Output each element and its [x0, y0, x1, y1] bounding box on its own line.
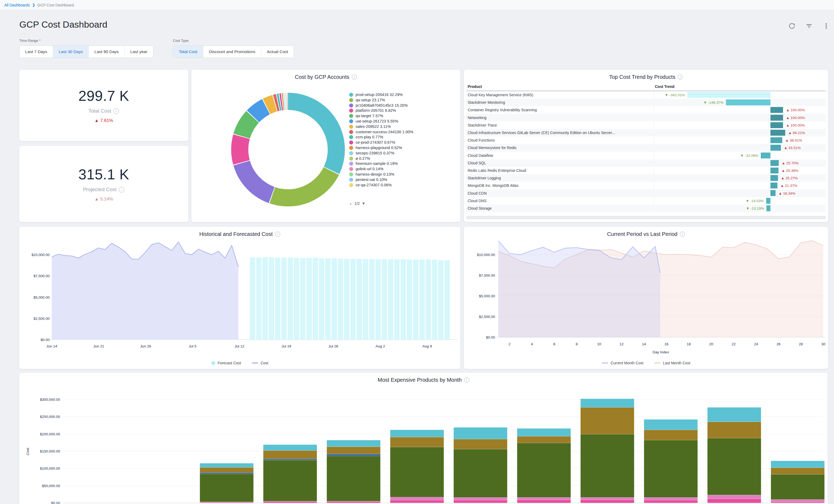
info-icon[interactable]: [352, 74, 357, 80]
donut-legend-item[interactable]: ce-prod-274307 0.67%: [349, 140, 430, 145]
legend-item-forecast-cost[interactable]: Forecast Cost: [211, 361, 241, 365]
total-cost-card: 299.7 K Total Cost ▲ 7.61%: [19, 70, 188, 141]
donut-legend-item[interactable]: harness-design 0.13%: [349, 172, 430, 177]
trend-bar: [770, 168, 778, 173]
time-range-option-last-90-days[interactable]: Last 90 Days: [88, 46, 124, 58]
trend-value: ▲ 38.41%: [785, 138, 802, 143]
donut-legend-item[interactable]: harness-playground 0.52%: [349, 145, 430, 151]
table-row[interactable]: Cloud Storage▼ -13.19%: [466, 204, 826, 212]
donut-legend-item[interactable]: platform-205701 8.82%: [349, 108, 430, 113]
donut-legend-item[interactable]: customer-success-244100 1.00%: [349, 130, 430, 135]
donut-legend-item[interactable]: golink-url 0.14%: [349, 167, 430, 172]
legend-item-last-month-cost[interactable]: Last Month Cost: [654, 361, 690, 365]
table-row[interactable]: Stackdriver Trace▲ 100.00%: [466, 122, 826, 129]
refresh-button[interactable]: [788, 22, 796, 30]
svg-text:Jun 21: Jun 21: [93, 344, 104, 348]
table-row[interactable]: Networking▲ 100.00%: [466, 114, 826, 122]
donut-legend-item[interactable]: sales-209522 3.11%: [349, 124, 430, 130]
table-row[interactable]: Cloud DNS▼ -14.53%: [466, 197, 826, 204]
table-row[interactable]: Stackdriver Monitoring▼ -146.37%: [466, 98, 826, 106]
column-header-product[interactable]: Product: [468, 84, 482, 89]
trend-value: ▲ 100.00%: [786, 108, 805, 112]
horizontal-scrollbar[interactable]: [466, 216, 826, 219]
projected-cost-card: 315.1 K Projected Cost ▲ 5.14%: [19, 146, 188, 222]
donut-legend-item[interactable]: prod-setup-205416 32.29%: [349, 92, 430, 97]
info-icon[interactable]: [678, 74, 683, 80]
legend-dot: [349, 146, 353, 150]
monthly-stacked-bar-chart: $300,000.00$250,000.00$200,000.00$150,00…: [19, 385, 828, 504]
svg-text:28: 28: [799, 342, 803, 346]
trend-bar: [770, 190, 775, 196]
svg-text:20: 20: [709, 342, 713, 346]
filter-icon: [806, 23, 813, 29]
cost-type-option-discount-and-promotions[interactable]: Discount and Promotions: [203, 46, 261, 58]
product-name: Cloud Dataflow: [466, 153, 652, 158]
table-row[interactable]: Cloud SQL▲ 25.70%: [466, 159, 826, 167]
donut-legend-item[interactable]: ø 0.27%: [349, 156, 430, 161]
time-range-option-last-7-days[interactable]: Last 7 Days: [20, 46, 53, 58]
info-icon[interactable]: [464, 377, 469, 382]
svg-text:Day Index: Day Index: [653, 350, 669, 354]
table-row[interactable]: Cloud Functions▲ 38.41%: [466, 136, 826, 144]
table-row[interactable]: Redis Labs Redis Enterprise Cloud▲ 25.38…: [466, 167, 826, 174]
time-range-option-last-year[interactable]: Last year: [125, 46, 153, 58]
svg-text:6: 6: [553, 342, 555, 346]
table-row[interactable]: Container Registry Vulnerability Scannin…: [466, 106, 826, 114]
legend-item-cost[interactable]: Cost: [252, 361, 268, 365]
product-name: Cloud Memorystore for Redis: [466, 146, 652, 150]
donut-legend-item[interactable]: freemium-sample 0.19%: [349, 161, 430, 167]
legend-label: Current Month Cost: [611, 361, 643, 365]
legend-label: uat-setup-261723 5.55%: [356, 119, 423, 124]
donut-legend-item[interactable]: pr10406a87045145c3 15.20%: [349, 103, 430, 108]
legend-item-current-month-cost[interactable]: Current Month Cost: [602, 361, 643, 365]
info-icon[interactable]: [113, 108, 119, 114]
legend-page-down-icon[interactable]: [361, 201, 366, 205]
cost-trend-cell: ▲ 94.21%: [652, 129, 826, 136]
breadcrumb: All Dashboards ❯ GCP Cost Dashboard: [0, 0, 834, 10]
info-icon[interactable]: [119, 187, 125, 193]
product-name: Stackdriver Trace: [466, 123, 652, 127]
product-name: Cloud SQL: [466, 161, 652, 165]
more-options-button[interactable]: [822, 22, 830, 30]
donut-legend-item[interactable]: qa-setup 23.17%: [349, 97, 430, 103]
table-row[interactable]: Cloud Memorystore for Redis▲ 33.51%: [466, 144, 826, 151]
svg-text:$100,000.00: $100,000.00: [40, 466, 60, 470]
table-row[interactable]: MongoDB Inc. MongoDB Atlas▲ 21.37%: [466, 182, 826, 189]
table-row[interactable]: Cloud Dataflow▼ -32.06%: [466, 152, 826, 159]
svg-text:$10,000.00: $10,000.00: [31, 253, 50, 257]
product-name: Redis Labs Redis Enterprise Cloud: [466, 168, 652, 173]
table-row[interactable]: Cloud Infrastructure Services GitLab Ser…: [466, 129, 826, 136]
cost-type-option-actual-cost[interactable]: Actual Cost: [261, 46, 294, 58]
breadcrumb-all-dashboards-link[interactable]: All Dashboards: [4, 3, 30, 7]
trend-bar: [766, 205, 770, 211]
filter-button[interactable]: [805, 22, 813, 30]
top-cost-trend-card: Top Cost Trend by Products Product Cost …: [464, 70, 828, 222]
donut-legend-item[interactable]: secops-239815 0.37%: [349, 151, 430, 156]
donut-legend-item[interactable]: ce-qa-274307 0.06%: [349, 182, 430, 188]
time-range-option-last-30-days[interactable]: Last 30 Days: [53, 46, 88, 58]
donut-chart: [192, 70, 347, 222]
svg-text:2: 2: [508, 342, 511, 346]
cost-by-gcp-accounts-card: Cost by GCP Accounts prod-setup-205416 3…: [192, 70, 460, 222]
svg-text:Jul 5: Jul 5: [189, 344, 197, 348]
legend-label: Cost: [261, 361, 268, 365]
trend-bar: [726, 100, 770, 105]
donut-legend-item[interactable]: uat-setup-261723 5.55%: [349, 119, 430, 124]
legend-dot: [349, 135, 353, 139]
legend-page-up-icon[interactable]: [349, 201, 353, 205]
svg-text:$5,000.00: $5,000.00: [34, 295, 50, 300]
donut-legend-item[interactable]: qa-target 7.57%: [349, 113, 430, 119]
cost-trend-cell: ▲ 21.37%: [652, 182, 826, 189]
table-row[interactable]: Stackdriver Logging▲ 25.27%: [466, 174, 826, 182]
cost-trend-cell: ▲ 25.27%: [652, 174, 826, 182]
cost-trend-cell: ▲ 25.38%: [652, 167, 826, 174]
table-row[interactable]: Cloud Key Management Service (KMS)▼ -342…: [466, 91, 826, 98]
table-row[interactable]: Cloud CDN▲ 16.34%: [466, 189, 826, 197]
svg-text:$50,000.00: $50,000.00: [42, 484, 60, 488]
donut-legend-item[interactable]: pentest-uat 0.10%: [349, 177, 430, 182]
cost-trend-cell: ▲ 25.70%: [652, 159, 826, 167]
cost-type-option-total-cost[interactable]: Total Cost: [173, 46, 203, 58]
svg-text:$0.00: $0.00: [486, 335, 495, 339]
donut-legend-item[interactable]: ccm-play 0.77%: [349, 135, 430, 140]
column-header-cost-trend[interactable]: Cost Trend: [655, 84, 675, 89]
